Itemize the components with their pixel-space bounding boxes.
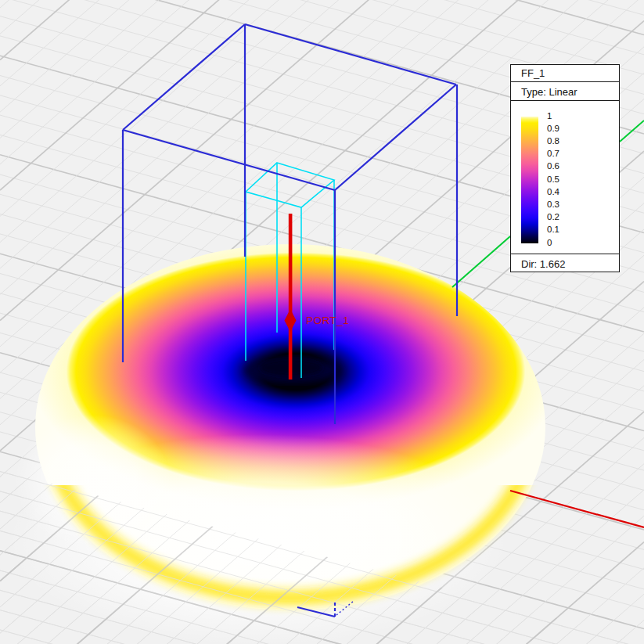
colorbar-tick: 0.2 [547, 212, 581, 224]
viewport-stage[interactable]: PORT_1 FF_1 Type: Linear 10.90.80.70.60.… [0, 0, 644, 644]
colorbar-tick: 0.8 [547, 136, 581, 148]
colorbar-tick: 0.7 [547, 149, 581, 160]
legend-type-row: Type: Linear [511, 81, 619, 100]
colorbar-tick-labels: 10.90.80.70.60.50.40.30.20.10 [511, 101, 619, 254]
colorbar-tick: 0.1 [547, 225, 581, 236]
port-label: PORT_1 [306, 315, 349, 326]
colorbar-tick: 0 [547, 238, 581, 250]
colorbar-tick: 0.5 [547, 174, 581, 186]
feed-line [289, 214, 293, 380]
colorbar-tick: 1 [547, 111, 581, 123]
colorbar-tick: 0.3 [547, 200, 581, 211]
colorbar-tick: 0.6 [547, 161, 581, 173]
legend-title: FF_1 [511, 65, 619, 81]
colorbar-tick: 0.4 [547, 187, 581, 199]
legend-directivity-row: Dir: 1.662 [511, 254, 619, 272]
farfield-legend-panel: FF_1 Type: Linear 10.90.80.70.60.50.40.3… [510, 64, 620, 272]
colorbar-tick: 0.9 [547, 124, 581, 135]
legend-colorbar-section: 10.90.80.70.60.50.40.30.20.10 [511, 100, 619, 254]
